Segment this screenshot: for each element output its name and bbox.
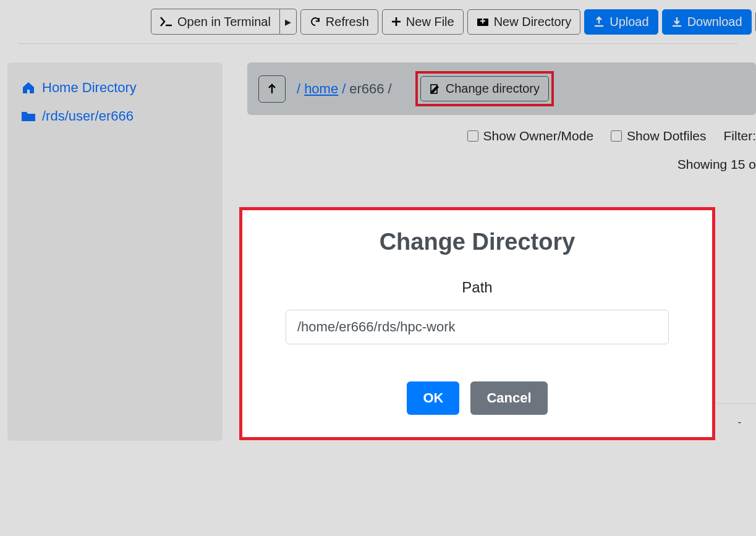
modal-path-input[interactable] [286, 310, 669, 344]
change-directory-modal: Change Directory Path OK Cancel [239, 207, 715, 440]
modal-ok-button[interactable]: OK [407, 381, 459, 415]
modal-path-label: Path [265, 279, 690, 296]
modal-buttons: OK Cancel [265, 381, 690, 415]
modal-cancel-button[interactable]: Cancel [470, 381, 547, 415]
modal-title: Change Directory [265, 229, 690, 255]
